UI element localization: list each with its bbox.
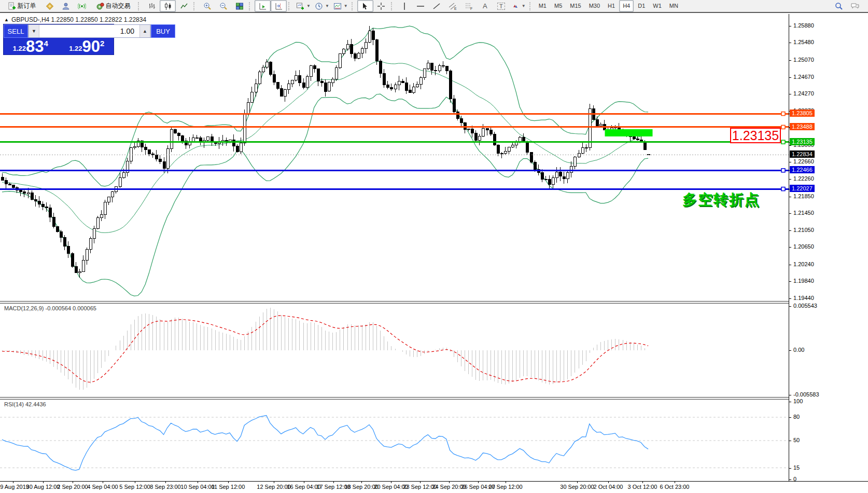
timeframe-M15-button[interactable]: M15 [566, 0, 584, 12]
axis-tick-label: 1.20240 [793, 261, 814, 267]
sell-price-display[interactable]: 1.22 83 4 [4, 38, 58, 54]
templates-button[interactable]: ▼ [331, 0, 350, 12]
price-callout-box[interactable]: 1.23135 [730, 128, 781, 143]
bollinger-band-line [2, 94, 648, 296]
axis-tick-label: 1.21850 [793, 193, 814, 199]
templates-icon [333, 2, 342, 10]
main-price-chart[interactable] [0, 14, 789, 301]
crosshair-icon [377, 2, 385, 10]
fibonacci-button[interactable]: F [461, 0, 477, 12]
axis-tick-label: 1.25480 [793, 39, 814, 45]
timeframe-M5-button[interactable]: M5 [551, 0, 566, 12]
time-axis-tick [73, 482, 73, 483]
time-axis-tick [391, 482, 391, 483]
dropdown-caret-icon: ▼ [306, 4, 311, 8]
rsi-indicator-panel[interactable] [0, 400, 789, 481]
buy-button[interactable]: BUY [151, 24, 175, 38]
volume-decrease-button[interactable]: ▼ [29, 25, 39, 37]
time-axis-tick [642, 482, 643, 483]
axis-tick-dash [789, 213, 791, 214]
axis-tick-label: 1.22660 [793, 158, 814, 165]
autotrading-button[interactable]: 自动交易 [90, 0, 136, 12]
volume-input[interactable] [39, 25, 139, 37]
text-label-button[interactable]: T [493, 0, 509, 12]
buy-price-display[interactable]: 1.22 90 2 [60, 38, 114, 54]
sell-price-sup: 4 [44, 39, 48, 48]
line-chart-button[interactable] [176, 0, 192, 12]
pivot-annotation-text[interactable]: 多空转折点 [682, 190, 760, 210]
auto-scroll-icon [259, 2, 267, 10]
bar-chart-button[interactable] [144, 0, 160, 12]
sell-price-big: 83 [26, 39, 44, 54]
vertical-line-button[interactable] [397, 0, 413, 12]
buy-price-big: 90 [82, 39, 100, 54]
highlight-rectangle[interactable] [605, 129, 653, 136]
buy-price-small: 1.22 [69, 45, 82, 52]
cursor-button[interactable] [357, 0, 373, 12]
candlestick-chart-button[interactable] [160, 0, 176, 12]
clock-icon [315, 2, 323, 10]
axis-tick-dash [789, 265, 791, 265]
dropdown-caret-icon: ▼ [522, 4, 526, 8]
axis-tick-dash [789, 247, 791, 248]
zoom-in-button[interactable] [199, 0, 215, 12]
toolbar-group-handle [193, 2, 197, 10]
search-button[interactable] [831, 0, 847, 12]
zoom-out-button[interactable] [215, 0, 231, 12]
mql5-community-button[interactable] [58, 0, 74, 12]
axis-tick-label: 50 [793, 437, 800, 443]
timeframe-H4-button[interactable]: H4 [619, 0, 634, 12]
axis-tick-dash [789, 197, 791, 197]
level-price-label: 1.22027 [790, 185, 815, 192]
channel-icon: E [449, 2, 457, 10]
horizontal-line-button[interactable] [413, 0, 429, 12]
toolbar-group-handle [288, 2, 291, 10]
time-axis-tick [608, 482, 609, 483]
volume-increase-button[interactable]: ▲ [139, 25, 150, 37]
chat-button[interactable] [847, 0, 863, 12]
horizontal-line-icon [416, 2, 425, 10]
time-axis-tick [449, 482, 450, 483]
axis-tick-label: 1.19440 [793, 295, 814, 301]
signals-icon [78, 2, 86, 10]
time-axis[interactable]: 29 Aug 201930 Aug 12:002 Sep 20:004 Sep … [0, 481, 868, 493]
axis-tick-label: 0.00 [793, 347, 804, 353]
signals-button[interactable] [74, 0, 90, 12]
timeframe-bar: M1M5M15M30H1H4D1W1MN [535, 0, 682, 12]
vertical-line-icon [400, 2, 409, 10]
arrows-icon [511, 2, 520, 10]
timeframe-H1-button[interactable]: H1 [604, 0, 619, 12]
crosshair-button[interactable] [373, 0, 389, 12]
text-button[interactable]: A [477, 0, 493, 12]
price-axis[interactable]: 1.258801.254801.250701.246701.242701.238… [789, 14, 868, 481]
collapse-triangle-icon: ▲ [4, 17, 9, 22]
equidistant-channel-button[interactable]: E [445, 0, 461, 12]
chart-shift-button[interactable] [271, 0, 287, 12]
auto-scroll-button[interactable] [255, 0, 271, 12]
periods-button[interactable]: ▼ [313, 0, 331, 12]
timeframe-W1-button[interactable]: W1 [649, 0, 665, 12]
axis-tick-dash [789, 350, 791, 351]
current-price-label: 1.22834 [790, 150, 815, 158]
metaeditor-button[interactable] [41, 0, 58, 12]
macd-indicator-panel[interactable] [0, 304, 789, 397]
time-axis-tick [165, 482, 166, 483]
timeframe-M1-button[interactable]: M1 [535, 0, 550, 12]
new-chart-button[interactable]: ▼ [294, 0, 313, 12]
toolbar-group-handle [352, 2, 355, 10]
autotrading-icon [96, 2, 104, 10]
new-order-button[interactable]: 新订单 [2, 0, 41, 12]
axis-tick-dash [789, 402, 791, 402]
arrows-button[interactable]: ▼ [509, 0, 528, 12]
time-axis-tick [304, 482, 304, 483]
timeframe-M30-button[interactable]: M30 [585, 0, 604, 12]
sell-button[interactable]: SELL [4, 24, 28, 38]
tile-windows-button[interactable] [231, 0, 247, 12]
cursor-icon [361, 2, 369, 10]
time-axis-tick [577, 482, 578, 483]
timeframe-MN-button[interactable]: MN [666, 0, 682, 12]
timeframe-D1-button[interactable]: D1 [634, 0, 649, 12]
level-price-label: 1.23488 [790, 123, 815, 130]
fibonacci-icon: F [465, 2, 473, 10]
trendline-button[interactable] [429, 0, 445, 12]
